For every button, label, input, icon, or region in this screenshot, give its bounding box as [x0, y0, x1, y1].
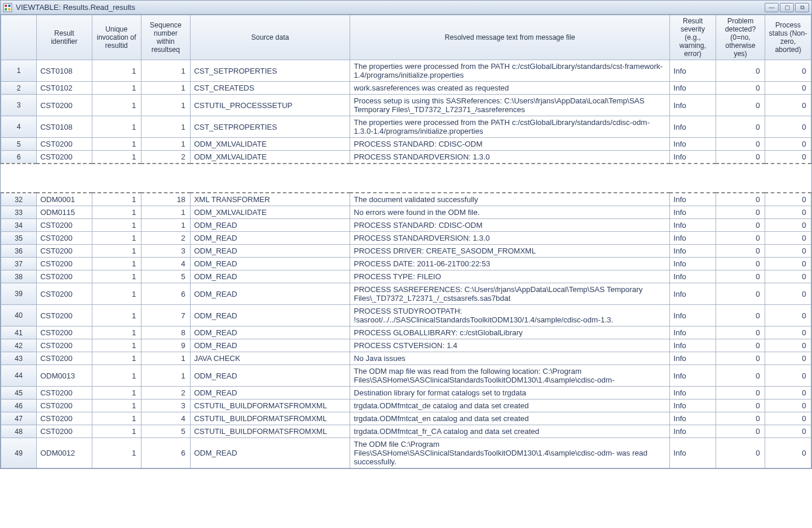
- table-row[interactable]: 45CST020012ODM_READDestination library f…: [1, 387, 811, 400]
- table-row[interactable]: 49ODM001216ODM_READThe ODM file C:\Progr…: [1, 438, 811, 468]
- cell-source[interactable]: ODM_XMLVALIDATE: [190, 151, 350, 164]
- cell-status[interactable]: 0: [765, 245, 811, 258]
- cell-severity[interactable]: Info: [670, 400, 716, 412]
- cell-source[interactable]: ODM_READ: [190, 283, 350, 305]
- cell-severity[interactable]: Info: [670, 270, 716, 283]
- cell-resultid[interactable]: CST0200: [36, 352, 92, 365]
- row-number[interactable]: 46: [1, 400, 37, 412]
- cell-sequence[interactable]: 4: [141, 258, 190, 270]
- cell-source[interactable]: CST_SETPROPERTIES: [190, 60, 350, 82]
- cell-invocation[interactable]: 1: [92, 412, 141, 425]
- cell-sequence[interactable]: 6: [141, 438, 190, 468]
- cell-resultid[interactable]: ODM0012: [36, 438, 92, 468]
- cell-severity[interactable]: Info: [670, 245, 716, 258]
- cell-severity[interactable]: Info: [670, 339, 716, 352]
- cell-status[interactable]: 0: [765, 438, 811, 468]
- cell-problem[interactable]: 0: [716, 438, 765, 468]
- cell-problem[interactable]: 0: [716, 305, 765, 326]
- cell-resultid[interactable]: CST0102: [36, 82, 92, 95]
- cell-invocation[interactable]: 1: [92, 138, 141, 151]
- cell-source[interactable]: ODM_READ: [190, 365, 350, 387]
- cell-status[interactable]: 0: [765, 232, 811, 245]
- table-row[interactable]: 36CST020013ODM_READPROCESS DRIVER: CREAT…: [1, 245, 811, 258]
- cell-message[interactable]: PROCESS DRIVER: CREATE_SASODM_FROMXML: [350, 245, 670, 258]
- col-header-source[interactable]: Source data: [190, 15, 350, 60]
- cell-message[interactable]: PROCESS STANDARD: CDISC-ODM: [350, 138, 670, 151]
- cell-source[interactable]: ODM_READ: [190, 339, 350, 352]
- table-row[interactable]: 39CST020016ODM_READPROCESS SASREFERENCES…: [1, 283, 811, 305]
- cell-message[interactable]: PROCESS DATE: 2011-06-21T00:22:53: [350, 258, 670, 270]
- cell-source[interactable]: XML TRANSFORMER: [190, 193, 350, 206]
- cell-sequence[interactable]: 1: [141, 116, 190, 138]
- cell-severity[interactable]: Info: [670, 283, 716, 305]
- table-row[interactable]: 46CST020013CSTUTIL_BUILDFORMATSFROMXMLtr…: [1, 400, 811, 412]
- cell-sequence[interactable]: 8: [141, 326, 190, 339]
- row-number[interactable]: 35: [1, 232, 37, 245]
- cell-resultid[interactable]: ODM0001: [36, 193, 92, 206]
- cell-invocation[interactable]: 1: [92, 116, 141, 138]
- table-row[interactable]: 44ODM001311ODM_READThe ODM map file was …: [1, 365, 811, 387]
- table-row[interactable]: 37CST020014ODM_READPROCESS DATE: 2011-06…: [1, 258, 811, 270]
- cell-source[interactable]: ODM_READ: [190, 232, 350, 245]
- cell-severity[interactable]: Info: [670, 387, 716, 400]
- cell-resultid[interactable]: CST0200: [36, 138, 92, 151]
- col-header-status[interactable]: Process status (Non-zero, aborted): [765, 15, 811, 60]
- cell-severity[interactable]: Info: [670, 232, 716, 245]
- table-row[interactable]: 35CST020012ODM_READPROCESS STANDARDVERSI…: [1, 232, 811, 245]
- row-number[interactable]: 36: [1, 245, 37, 258]
- cell-source[interactable]: ODM_READ: [190, 438, 350, 468]
- minimize-button[interactable]: —: [765, 3, 779, 12]
- row-number[interactable]: 43: [1, 352, 37, 365]
- cell-sequence[interactable]: 5: [141, 425, 190, 438]
- cell-sequence[interactable]: 2: [141, 232, 190, 245]
- cell-sequence[interactable]: 3: [141, 245, 190, 258]
- cell-resultid[interactable]: CST0200: [36, 400, 92, 412]
- table-row[interactable]: 38CST020015ODM_READPROCESS TYPE: FILEIOI…: [1, 270, 811, 283]
- row-number[interactable]: 45: [1, 387, 37, 400]
- cell-problem[interactable]: 0: [716, 219, 765, 232]
- cell-source[interactable]: ODM_XMLVALIDATE: [190, 138, 350, 151]
- cell-message[interactable]: The properties were processed from the P…: [350, 60, 670, 82]
- table-row[interactable]: 41CST020018ODM_READPROCESS GLOBALLIBRARY…: [1, 326, 811, 339]
- row-number[interactable]: 37: [1, 258, 37, 270]
- cell-source[interactable]: CSTUTIL_BUILDFORMATSFROMXML: [190, 400, 350, 412]
- cell-status[interactable]: 0: [765, 270, 811, 283]
- cell-problem[interactable]: 0: [716, 387, 765, 400]
- table-row[interactable]: 6CST020012ODM_XMLVALIDATEPROCESS STANDAR…: [1, 151, 811, 164]
- cell-invocation[interactable]: 1: [92, 219, 141, 232]
- cell-resultid[interactable]: CST0200: [36, 283, 92, 305]
- cell-invocation[interactable]: 1: [92, 387, 141, 400]
- cell-resultid[interactable]: CST0200: [36, 425, 92, 438]
- table-row[interactable]: 2CST010211CST_CREATEDSwork.sasreferences…: [1, 82, 811, 95]
- cell-problem[interactable]: 0: [716, 365, 765, 387]
- cell-resultid[interactable]: CST0200: [36, 305, 92, 326]
- cell-severity[interactable]: Info: [670, 151, 716, 164]
- cell-status[interactable]: 0: [765, 365, 811, 387]
- cell-invocation[interactable]: 1: [92, 339, 141, 352]
- table-row[interactable]: 34CST020011ODM_READPROCESS STANDARD: CDI…: [1, 219, 811, 232]
- cell-source[interactable]: ODM_READ: [190, 387, 350, 400]
- cell-problem[interactable]: 0: [716, 95, 765, 116]
- cell-message[interactable]: PROCESS STANDARDVERSION: 1.3.0: [350, 151, 670, 164]
- cell-status[interactable]: 0: [765, 339, 811, 352]
- cell-problem[interactable]: 0: [716, 138, 765, 151]
- table-row[interactable]: 32ODM0001118XML TRANSFORMERThe document …: [1, 193, 811, 206]
- cell-sequence[interactable]: 18: [141, 193, 190, 206]
- cell-resultid[interactable]: CST0200: [36, 258, 92, 270]
- cell-problem[interactable]: 0: [716, 193, 765, 206]
- row-number[interactable]: 6: [1, 151, 37, 164]
- table-row[interactable]: 43CST020011JAVA CHECKNo Java issuesInfo0…: [1, 352, 811, 365]
- cell-message[interactable]: The properties were processed from the P…: [350, 116, 670, 138]
- titlebar[interactable]: VIEWTABLE: Results.Read_results — ▢ ⧉: [1, 1, 811, 15]
- cell-sequence[interactable]: 5: [141, 270, 190, 283]
- cell-problem[interactable]: 0: [716, 352, 765, 365]
- cell-source[interactable]: CSTUTIL_PROCESSSETUP: [190, 95, 350, 116]
- cell-message[interactable]: work.sasreferences was created as reques…: [350, 82, 670, 95]
- cell-status[interactable]: 0: [765, 206, 811, 219]
- cell-resultid[interactable]: CST0200: [36, 95, 92, 116]
- cell-problem[interactable]: 0: [716, 425, 765, 438]
- row-number[interactable]: 44: [1, 365, 37, 387]
- row-number[interactable]: 47: [1, 412, 37, 425]
- cell-severity[interactable]: Info: [670, 219, 716, 232]
- cell-invocation[interactable]: 1: [92, 151, 141, 164]
